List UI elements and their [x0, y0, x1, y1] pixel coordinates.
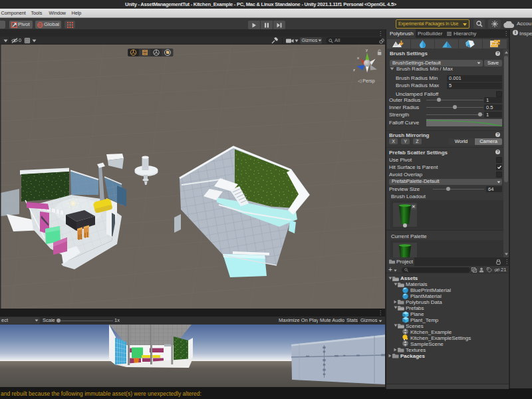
svg-text:y: y: [366, 48, 368, 52]
svg-text:x: x: [357, 56, 359, 60]
svg-text:z: z: [353, 68, 355, 72]
svg-text:◁ Persp: ◁ Persp: [358, 78, 375, 84]
